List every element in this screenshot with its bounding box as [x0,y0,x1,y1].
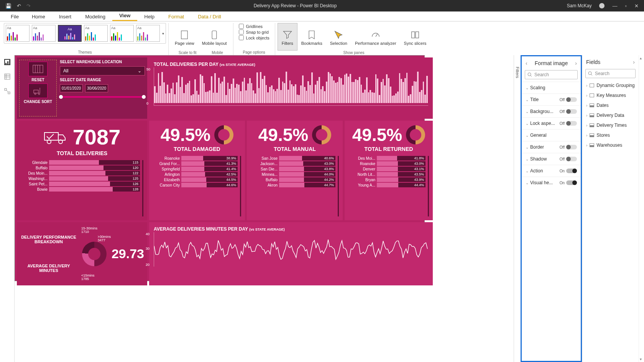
tab-format[interactable]: Format [161,12,191,21]
change-sort-button[interactable] [28,84,48,98]
list-item[interactable]: Jackson...43.0% [251,161,335,166]
field-table[interactable]: ›Stores [582,130,639,140]
list-item[interactable]: Denver43.1% [348,167,426,171]
field-table[interactable]: ›Delivery Data [582,110,639,120]
format-property[interactable]: ⌄Lock aspe...Off [522,117,581,129]
list-item[interactable]: Bryan43.9% [348,177,426,182]
list-item[interactable]: Buffalo120 [21,165,140,170]
selection-button[interactable]: Selection [326,23,351,51]
toggle[interactable] [566,121,577,126]
list-item[interactable]: North Lit...43.5% [348,172,426,177]
list-item[interactable]: Saint Pet...126 [21,182,140,186]
date-from-input[interactable]: 01/01/2020 [60,84,83,92]
date-range-slider[interactable] [60,96,145,98]
kpi-manual[interactable]: 49.5% TOTAL MANUAL San Jose40.6%Jackson.… [247,121,343,220]
filters-collapsed-tab[interactable]: Filters [514,55,521,362]
theme-swatch[interactable]: Aa [110,25,134,42]
list-item[interactable]: Washingt...125 [21,176,140,181]
toggle[interactable] [566,157,577,161]
list-item[interactable]: Des Moin...122 [21,171,140,175]
kpi-returned[interactable]: 49.5% TOTAL RETURNED Des Moi...41.8%Roan… [345,121,433,220]
restore-icon[interactable]: ▫ [625,3,627,9]
gridlines-checkbox[interactable]: Gridlines [239,24,263,29]
date-to-input[interactable]: 30/06/2020 [85,84,108,92]
themes-more-icon[interactable]: ▾ [162,31,164,36]
theme-swatch[interactable]: Aa [6,25,30,42]
kpi-damaged[interactable]: 49.5% TOTAL DAMAGED Roanoke38.9%Grand Fo… [149,121,245,220]
tab-help[interactable]: Help [137,12,161,21]
reset-button[interactable] [28,62,48,76]
format-property[interactable]: ⌄Backgrou...Off [522,105,581,117]
format-property[interactable]: ⌄Visual he...On [522,177,581,188]
format-property[interactable]: ⌄TitleOff [522,93,581,105]
list-item[interactable]: San Die...43.8% [251,167,335,171]
list-item[interactable]: Buffalo44.2% [251,177,335,182]
themes-gallery[interactable]: Aa Aa Aa Aa Aa Aa ▾ [4,23,166,44]
avatar[interactable] [599,3,605,8]
list-item[interactable]: San Jose40.6% [251,156,335,161]
chevron-right-icon[interactable]: › [633,59,635,65]
list-item[interactable]: Bowie128 [21,187,140,192]
report-view-icon[interactable] [4,59,10,65]
chevron-right-icon[interactable]: › [575,60,577,66]
list-item[interactable]: Des Moi...41.8% [348,156,426,161]
report-canvas[interactable]: RESET CHANGE SORT SELECT WAREHOUSE LOCAT… [15,55,425,281]
lock-checkbox[interactable]: Lock objects [239,35,269,40]
save-icon[interactable]: 💾 [5,3,12,9]
format-property[interactable]: ⌄Scaling [522,82,581,93]
sync-slicers-button[interactable]: Sync slicers [400,23,430,51]
scroll-up-icon[interactable]: ▴ [640,56,642,60]
scroll-down-icon[interactable]: ▾ [640,357,642,361]
warehouse-select[interactable]: All⌄ [60,66,145,75]
undo-icon[interactable]: ↶ [17,3,21,9]
list-item[interactable]: Roanoke43.0% [348,161,426,166]
field-table[interactable]: ›Dates [582,100,639,110]
format-property[interactable]: ⌄ShadowOff [522,153,581,165]
toggle[interactable] [566,180,577,185]
toggle[interactable] [566,97,577,102]
filters-button[interactable]: Filters [278,23,297,51]
vertical-scrollbar[interactable]: ▴ ▾ [639,55,644,362]
format-property[interactable]: ⌄BorderOff [522,141,581,153]
fields-search[interactable]: Search [585,69,636,78]
minimize-icon[interactable]: — [612,3,617,9]
list-item[interactable]: Springfield41.4% [153,167,238,171]
file-menu[interactable]: File [5,12,25,21]
tab-insert[interactable]: Insert [52,12,79,21]
format-property[interactable]: ⌄General [522,129,581,141]
format-property[interactable]: ⌄ActionOn [522,165,581,177]
list-item[interactable]: Akron44.7% [251,183,335,187]
theme-swatch[interactable]: Aa [84,25,108,42]
field-table[interactable]: ›Key Measures [582,90,639,100]
tab-view[interactable]: View [112,11,137,21]
toggle[interactable] [566,145,577,149]
model-view-icon[interactable] [4,88,10,94]
list-item[interactable]: Grand For...41.3% [153,161,238,166]
tab-home[interactable]: Home [25,12,52,21]
toggle[interactable] [566,109,577,114]
performance-button[interactable]: Performance analyzer [351,23,400,51]
list-item[interactable]: Roanoke38.9% [153,156,238,161]
kpi-total-deliveries[interactable]: 7087 TOTAL DELIVERIES Glendale115Buffalo… [17,121,147,220]
list-item[interactable]: Carson City44.6% [153,183,238,187]
theme-swatch-selected[interactable]: Aa [58,25,82,42]
data-view-icon[interactable] [4,74,10,80]
avg-minutes-chart[interactable]: AVERAGE DELIVERIES MINUTES PER DAY (vs S… [149,222,433,285]
deliveries-chart[interactable]: TOTAL DELIVERIES PER DAY (vs STATE AVERA… [149,57,433,119]
chevron-left-icon[interactable]: ‹ [526,60,527,66]
bookmarks-button[interactable]: Bookmarks [297,23,326,51]
toggle[interactable] [566,169,577,173]
tab-data-drill[interactable]: Data / Drill [191,12,228,21]
field-table[interactable]: ›Delivery Times [582,120,639,130]
close-icon[interactable]: ✕ [634,3,639,9]
list-item[interactable]: Minnea...44.0% [251,172,335,177]
list-item[interactable]: Young A...44.4% [348,183,426,187]
tab-modeling[interactable]: Modeling [78,12,112,21]
performance-breakdown[interactable]: DELIVERY PERFORMANCE BREAKDOWN AVERAGE D… [17,222,147,285]
format-search[interactable]: Search [525,70,578,79]
field-table[interactable]: ›Dynamic Grouping [582,80,639,90]
snap-checkbox[interactable]: Snap to grid [239,29,269,34]
theme-swatch[interactable]: Aa [32,25,56,42]
field-table[interactable]: ›Warehouses [582,140,639,150]
list-item[interactable]: Arlington42.5% [153,172,238,177]
